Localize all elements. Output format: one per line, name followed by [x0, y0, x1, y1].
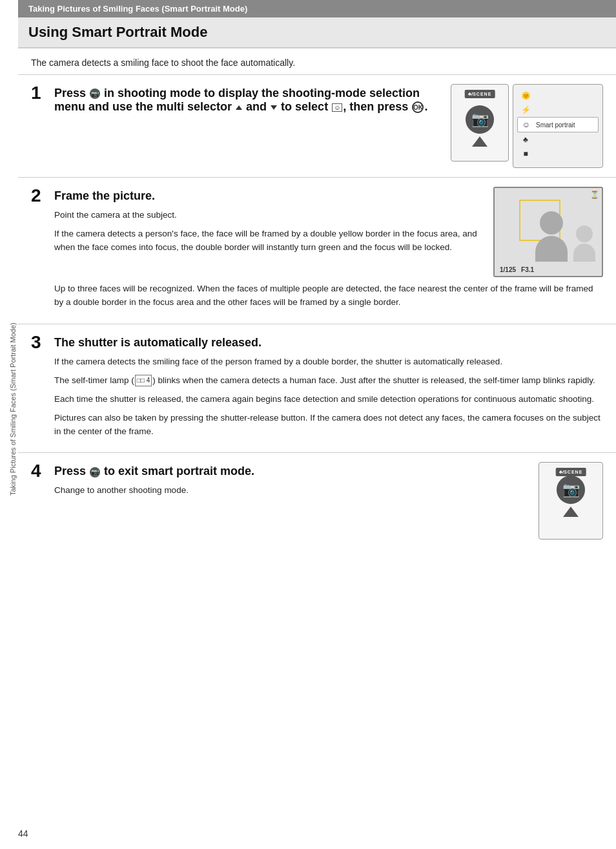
arrow-up-icon — [236, 105, 242, 110]
menu-item-5: ■ — [517, 147, 599, 161]
step-4-title-suffix: to exit smart portrait mode. — [104, 465, 254, 477]
person2-body — [573, 244, 595, 262]
step-4: 4 Press 📷 to exit smart portrait mode. C… — [18, 452, 616, 549]
step-1: 1 Press 📷 in shooting mode to display th… — [18, 74, 616, 177]
step-2-text2: If the camera detects a person's face, t… — [54, 227, 483, 255]
step-3-number: 3 — [31, 333, 54, 351]
step-3-text4: Pictures can also be taken by pressing t… — [54, 412, 603, 439]
menu-item-4: ♣ — [517, 132, 599, 147]
page-intro: The camera detects a smiling face to sho… — [18, 48, 616, 74]
header-bar: Taking Pictures of Smiling Faces (Smart … — [18, 0, 616, 17]
menu-icon-5: ■ — [520, 148, 531, 160]
vf-timer-icon: ⏳ — [590, 191, 599, 199]
menu-item-portrait: ☺ Smart portrait — [517, 117, 599, 132]
header-text: Taking Pictures of Smiling Faces (Smart … — [28, 4, 247, 14]
side-label: Taking Pictures of Smiling Faces (Smart … — [9, 353, 17, 496]
step-2: 2 Frame the picture. Point the camera at… — [18, 177, 616, 324]
step-1-title: Press 📷 in shooting mode to display the … — [54, 84, 444, 114]
step-3: 3 The shutter is automatically released.… — [18, 324, 616, 453]
vf-shutter: 1/125 — [500, 266, 516, 273]
menu-icon-portrait: ☺ — [520, 119, 532, 131]
camera-icon-step4: 📷 — [90, 467, 100, 477]
menu-icon-2: ⚡ — [520, 104, 531, 116]
step-2-title: Frame the picture. — [54, 187, 155, 203]
vf-info-bar: 1/125 F3.1 — [495, 266, 602, 273]
camera-body-icon: 📷 — [466, 105, 494, 134]
menu-icon-1: 🌞 — [520, 90, 531, 101]
step-3-title: The shutter is automatically released. — [54, 333, 262, 350]
cam-arrow-step4 — [563, 507, 579, 517]
step-3-text3: Each time the shutter is released, the c… — [54, 393, 603, 406]
person1-body — [535, 236, 568, 262]
menu-item-1: 🌞 — [517, 89, 599, 103]
step-2-text3: Up to three faces will be recognized. Wh… — [54, 282, 603, 309]
scene-badge-step4: ♣/SCENE — [556, 468, 586, 476]
page-number: 44 — [18, 828, 28, 839]
ref-link-4: □□ 4 — [135, 375, 152, 386]
step-4-title: Press 📷 to exit smart portrait mode. — [54, 462, 254, 478]
step-1-number: 1 — [31, 84, 54, 102]
viewfinder: ⏳ 1/125 F3.1 — [493, 187, 603, 277]
step-3-text1: If the camera detects the smiling face o… — [54, 355, 603, 369]
scene-badge: ♣/SCENE — [465, 90, 495, 98]
cam-diagram-step1: ♣/SCENE 📷 — [451, 84, 509, 162]
arrow-down-icon — [271, 105, 277, 110]
menu-icon-4: ♣ — [520, 134, 531, 145]
step1-images: ♣/SCENE 📷 🌞 ⚡ ☺ Smart portrait — [451, 84, 603, 168]
step-4-press-label: Press — [54, 465, 86, 477]
cam-body-icon-step4: 📷 — [557, 476, 585, 504]
vf-aperture: F3.1 — [521, 266, 534, 273]
cam-arrow-up-icon — [472, 136, 488, 147]
step-2-number: 2 — [31, 187, 54, 205]
ok-icon: OK — [412, 101, 424, 113]
person1-head — [540, 211, 563, 235]
selfie-icon: ☺ — [332, 103, 342, 112]
smart-portrait-label: Smart portrait — [536, 121, 575, 129]
person2-head — [576, 225, 593, 242]
camera-icon-inline: 📷 — [90, 89, 100, 99]
step-2-text1: Point the camera at the subject. — [54, 209, 483, 222]
step-4-text1: Change to another shooting mode. — [54, 484, 528, 498]
menu-diagram: 🌞 ⚡ ☺ Smart portrait ♣ ■ — [513, 84, 603, 168]
person2-silhouette — [573, 225, 595, 262]
cam-diagram-step4: ♣/SCENE 📷 — [539, 462, 603, 540]
person1-silhouette — [535, 211, 568, 262]
menu-item-2: ⚡ — [517, 103, 599, 117]
step-4-number: 4 — [31, 462, 54, 480]
page-title: Using Smart Portrait Mode — [18, 17, 616, 48]
step-3-text2: The self-timer lamp (□□ 4) blinks when t… — [54, 374, 603, 388]
